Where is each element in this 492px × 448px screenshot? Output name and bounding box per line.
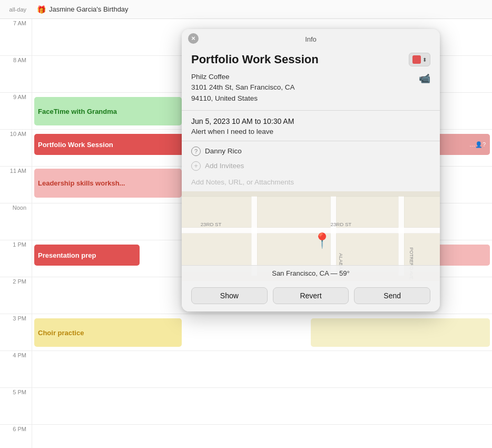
popup-datetime: Jun 5, 2023 10 AM to 10:30 AM bbox=[191, 117, 430, 125]
popup-organizer-row: ? Danny Rico bbox=[191, 141, 430, 159]
time-label-7am: 7 AM bbox=[0, 19, 32, 55]
birthday-event-label: Jasmine Garcia's Birthday bbox=[49, 5, 129, 13]
popup-location-text: Philz Coffee 3101 24th St, San Francisco… bbox=[191, 72, 295, 104]
popup-body: Portfolio Work Session ⬍ Philz Coffee 31… bbox=[182, 47, 440, 191]
time-label-10am: 10 AM bbox=[0, 130, 32, 166]
popup-map[interactable]: 23RD ST 23RD ST ALABAMA POTRERO AVE 📍 Sa… bbox=[182, 191, 440, 281]
leadership-event[interactable]: Leadership skills worksh... bbox=[34, 169, 182, 198]
facetime-event[interactable]: FaceTime with Grandma bbox=[34, 97, 182, 125]
chevron-updown-icon: ⬍ bbox=[422, 57, 427, 63]
choir-event-right bbox=[311, 318, 490, 347]
popup-invitees-row[interactable]: + Add Invitees bbox=[191, 159, 430, 175]
send-button[interactable]: Send bbox=[354, 287, 430, 304]
popup-notes-row[interactable]: Add Notes, URL, or Attachments bbox=[191, 175, 430, 191]
all-day-label: all-day bbox=[0, 6, 32, 13]
svg-rect-10 bbox=[251, 197, 257, 276]
time-label-2pm: 2 PM bbox=[0, 277, 32, 314]
info-popup: × Info Portfolio Work Session ⬍ Philz Co… bbox=[182, 29, 440, 311]
notes-placeholder: Add Notes, URL, or Attachments bbox=[191, 178, 294, 186]
popup-event-title: Portfolio Work Session bbox=[191, 53, 319, 66]
time-content-4pm bbox=[32, 351, 492, 387]
organizer-name: Danny Rico bbox=[205, 147, 242, 155]
map-footer: San Francisco, CA — 59° bbox=[182, 265, 440, 281]
presentation-event[interactable]: Presentation prep bbox=[34, 245, 140, 266]
time-row-5pm: 5 PM bbox=[0, 388, 492, 425]
person-badge-icon: …👤? bbox=[469, 141, 486, 148]
close-button[interactable]: × bbox=[188, 33, 199, 44]
svg-rect-12 bbox=[398, 197, 404, 276]
show-button[interactable]: Show bbox=[191, 287, 268, 304]
all-day-row: all-day 🎁 Jasmine Garcia's Birthday bbox=[0, 0, 492, 19]
time-row-3pm: 3 PM Choir practice bbox=[0, 314, 492, 351]
popup-datetime-section: Jun 5, 2023 10 AM to 10:30 AM Alert when… bbox=[191, 111, 430, 141]
popup-header: × Info bbox=[182, 29, 440, 47]
portfolio-event[interactable]: Portfolio Work Session bbox=[34, 134, 184, 155]
add-invitees-label: Add Invitees bbox=[205, 162, 244, 170]
time-label-8am: 8 AM bbox=[0, 56, 32, 92]
svg-rect-4 bbox=[404, 197, 440, 228]
popup-alert: Alert when I need to leave bbox=[191, 128, 430, 135]
svg-text:23RD ST: 23RD ST bbox=[331, 221, 352, 227]
popup-footer: Show Revert Send bbox=[182, 281, 440, 311]
gift-icon: 🎁 bbox=[37, 5, 46, 14]
svg-rect-11 bbox=[331, 197, 337, 276]
time-content-3pm: Choir practice bbox=[32, 314, 492, 350]
choir-event[interactable]: Choir practice bbox=[34, 318, 182, 347]
popup-title-row: Portfolio Work Session ⬍ bbox=[191, 53, 430, 66]
location-address: 3101 24th St, San Francisco, CA94110, Un… bbox=[191, 82, 295, 104]
map-location-label: San Francisco, CA — 59° bbox=[272, 269, 350, 277]
time-label-noon: Noon bbox=[0, 203, 32, 240]
time-content-6pm bbox=[32, 425, 492, 448]
add-circle-icon: + bbox=[191, 161, 201, 171]
time-label-11am: 11 AM bbox=[0, 167, 32, 203]
time-label-6pm: 6 PM bbox=[0, 425, 32, 448]
svg-text:23RD ST: 23RD ST bbox=[201, 221, 222, 227]
time-label-4pm: 4 PM bbox=[0, 351, 32, 387]
svg-rect-2 bbox=[257, 197, 331, 228]
time-label-5pm: 5 PM bbox=[0, 388, 32, 424]
color-swatch bbox=[412, 55, 421, 64]
revert-button[interactable]: Revert bbox=[273, 287, 349, 304]
time-row-4pm: 4 PM bbox=[0, 351, 492, 388]
map-pin: 📍 bbox=[313, 232, 331, 249]
time-label-3pm: 3 PM bbox=[0, 314, 32, 350]
video-camera-icon[interactable]: 📹 bbox=[419, 73, 430, 84]
time-row-6pm: 6 PM bbox=[0, 425, 492, 448]
popup-header-title: Info bbox=[305, 35, 317, 43]
birthday-event[interactable]: 🎁 Jasmine Garcia's Birthday bbox=[32, 3, 134, 16]
time-label-9am: 9 AM bbox=[0, 93, 32, 129]
time-label-1pm: 1 PM bbox=[0, 240, 32, 277]
color-picker-button[interactable]: ⬍ bbox=[409, 53, 430, 66]
popup-location-row: Philz Coffee 3101 24th St, San Francisco… bbox=[191, 72, 430, 104]
question-circle-icon: ? bbox=[191, 147, 201, 156]
time-content-5pm bbox=[32, 388, 492, 424]
close-icon: × bbox=[191, 34, 195, 42]
location-name: Philz Coffee bbox=[191, 72, 295, 82]
